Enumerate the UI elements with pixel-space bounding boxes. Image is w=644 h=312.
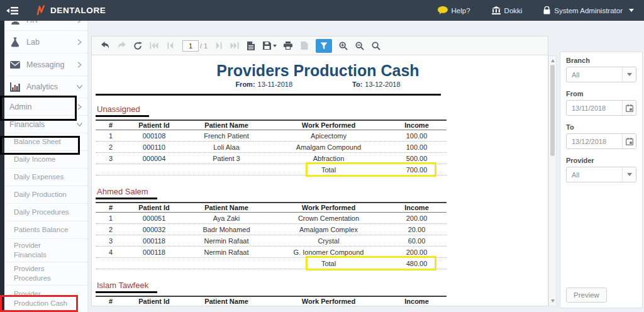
cell: 3 bbox=[96, 237, 126, 245]
sidebar-item-daily-production[interactable]: Daily Production bbox=[4, 186, 87, 203]
col-header: Patient Id bbox=[126, 298, 182, 305]
sidebar-item-analytics[interactable]: Analytics bbox=[4, 75, 87, 98]
report-to: To:13-12-2018 bbox=[352, 81, 401, 88]
chevron-down-icon bbox=[77, 85, 83, 89]
sidebar-item-daily-procedures[interactable]: Daily Procedures bbox=[4, 203, 87, 221]
col-header: Work Performed bbox=[270, 204, 387, 211]
report-scrollbar[interactable] bbox=[548, 55, 557, 306]
table-row: 2 000110 Loli Alaa Amalgam Compound 100.… bbox=[96, 142, 447, 153]
cell: Amalgam Compound bbox=[270, 143, 387, 151]
sidebar-item-messaging[interactable]: Messaging bbox=[4, 53, 87, 75]
redo-button bbox=[117, 42, 126, 50]
user-menu[interactable]: System Administrator bbox=[543, 6, 634, 14]
cell: Amalgam Complex bbox=[270, 226, 387, 233]
cell: Crown Cementation bbox=[270, 214, 387, 222]
report-section-ahmed-salem: Ahmed Salem # Patient Id Patient Name Wo… bbox=[96, 186, 540, 269]
scroll-up-icon[interactable] bbox=[551, 59, 555, 62]
section-name: Unassigned bbox=[96, 104, 149, 117]
sidebar-item-label: HR bbox=[26, 21, 77, 25]
page-number-input[interactable] bbox=[182, 40, 199, 52]
branch-select[interactable]: All bbox=[566, 67, 636, 82]
next-page-button bbox=[214, 42, 223, 49]
export-dropdown-caret-icon bbox=[273, 45, 277, 47]
from-date-value[interactable] bbox=[567, 104, 622, 112]
navbar-right: Help? Dokki System Administrator bbox=[438, 6, 634, 14]
help-chat-icon bbox=[438, 6, 448, 14]
sidebar-item-hr-clipped: HR bbox=[4, 21, 87, 30]
branch-menu[interactable]: Dokki bbox=[492, 6, 523, 14]
from-filter-group: From bbox=[566, 90, 636, 116]
undo-button[interactable] bbox=[101, 42, 110, 50]
sidebar-item-provider-production-cash[interactable]: Provider Production Cash bbox=[4, 285, 87, 312]
sidebar-scrollbar[interactable] bbox=[0, 21, 4, 312]
preview-button[interactable]: Preview bbox=[566, 287, 607, 303]
print-button[interactable] bbox=[284, 42, 293, 50]
from-calendar-button[interactable] bbox=[622, 101, 636, 115]
search-button[interactable] bbox=[372, 42, 381, 50]
col-header: # bbox=[96, 204, 126, 211]
section-name: Islam Tawfeek bbox=[96, 281, 157, 293]
from-label: From: bbox=[235, 81, 255, 88]
sidebar-item-admin[interactable]: Admin bbox=[4, 98, 87, 115]
scroll-thumb[interactable] bbox=[550, 65, 555, 156]
cell: Crystal bbox=[270, 237, 387, 245]
help-link[interactable]: Help? bbox=[438, 6, 470, 14]
refresh-button[interactable] bbox=[133, 42, 143, 50]
filter-toggle-button[interactable] bbox=[316, 39, 332, 53]
from-date-input[interactable] bbox=[566, 100, 636, 116]
branch-filter-group: Branch All bbox=[566, 57, 636, 82]
envelope-icon bbox=[9, 61, 21, 69]
table-header-row: # Patient Id Patient Name Work Performed… bbox=[96, 296, 447, 306]
provider-select-value: All bbox=[567, 171, 622, 179]
table-row: 1 000108 French Patient Apicectomy 100.0… bbox=[96, 130, 447, 142]
sidebar-item-daily-income[interactable]: Daily Income bbox=[4, 150, 87, 168]
branch-filter-label: Branch bbox=[566, 57, 636, 64]
table-header-row: # Patient Id Patient Name Work Performed… bbox=[96, 120, 447, 130]
col-header: Patient Name bbox=[182, 121, 270, 129]
cell: French Patient bbox=[182, 132, 270, 140]
report-title: Providers Production Cash bbox=[104, 62, 532, 80]
col-header: Work Performed bbox=[270, 121, 387, 129]
col-header: # bbox=[96, 121, 126, 129]
report-date-range: From:13-11-2018 To:13-12-2018 bbox=[104, 81, 532, 88]
sidebar-item-financials[interactable]: Financials bbox=[4, 115, 87, 133]
sidebar: HR Lab Messaging bbox=[0, 21, 88, 312]
sidebar-item-patients-balance[interactable]: Patients Balance bbox=[4, 221, 87, 238]
report-section-islam-tawfeek: Islam Tawfeek # Patient Id Patient Name … bbox=[96, 279, 540, 306]
chevron-down-icon bbox=[629, 9, 634, 12]
filter-funnel-icon bbox=[320, 42, 328, 50]
last-page-button bbox=[230, 42, 240, 49]
sidebar-item-providers-procedures[interactable]: Providers Procedures bbox=[4, 262, 87, 285]
zoom-in-button[interactable] bbox=[339, 42, 348, 50]
sidebar-item-label: Lab bbox=[26, 38, 77, 47]
cell: 000118 bbox=[126, 237, 182, 245]
sidebar-item-daily-expenses[interactable]: Daily Expenses bbox=[4, 168, 87, 186]
sidebar-item-lab[interactable]: Lab bbox=[4, 30, 87, 53]
col-header: Patient Id bbox=[126, 121, 182, 129]
scroll-down-icon[interactable] bbox=[551, 299, 555, 303]
app-window: DENTALORE Help? Dokki System Administrat… bbox=[0, 0, 644, 312]
sidebar-toggle-button[interactable] bbox=[6, 6, 19, 15]
cell: Nermin Rafaat bbox=[182, 237, 270, 245]
total-value: 700.00 bbox=[387, 166, 447, 174]
cell: 200.00 bbox=[387, 214, 447, 222]
from-filter-label: From bbox=[566, 90, 636, 98]
page-count-label: / 1 bbox=[200, 42, 208, 50]
export-document-button[interactable] bbox=[247, 42, 256, 50]
sidebar-item-provider-financials[interactable]: Provider Financials bbox=[4, 238, 87, 262]
branch-dropdown-button[interactable] bbox=[622, 67, 636, 82]
to-date-input[interactable] bbox=[566, 133, 636, 149]
save-export-button[interactable] bbox=[263, 42, 277, 50]
provider-dropdown-button[interactable] bbox=[622, 167, 636, 182]
user-label: System Administrator bbox=[554, 7, 623, 14]
zoom-out-button[interactable] bbox=[355, 42, 365, 50]
branch-label: Dokki bbox=[504, 7, 523, 14]
to-date-value[interactable] bbox=[567, 138, 622, 145]
cell: 200.00 bbox=[387, 248, 447, 256]
to-filter-label: To bbox=[566, 123, 636, 131]
sidebar-item-balance-sheet[interactable]: Balance Sheet bbox=[4, 133, 87, 150]
to-calendar-button[interactable] bbox=[622, 134, 636, 148]
sidebar-item-hr[interactable]: HR bbox=[4, 21, 87, 30]
provider-select[interactable]: All bbox=[566, 167, 636, 182]
chevron-down-icon bbox=[77, 122, 83, 126]
